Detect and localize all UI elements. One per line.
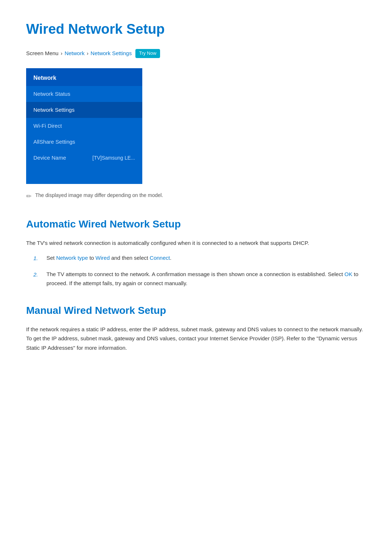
step-2-num: 2. — [33, 270, 41, 288]
step-2: 2. The TV attempts to connect to the net… — [33, 270, 366, 288]
try-now-badge[interactable]: Try Now — [135, 49, 160, 58]
automatic-section: Automatic Wired Network Setup The TV's w… — [26, 216, 366, 288]
step-2-text: The TV attempts to connect to the networ… — [46, 270, 366, 288]
manual-section-title: Manual Wired Network Setup — [26, 303, 366, 319]
menu-title: Network — [26, 68, 142, 86]
step-2-ok: OK — [344, 271, 352, 277]
automatic-steps-list: 1. Set Network type to Wired and then se… — [33, 253, 366, 288]
breadcrumb: Screen Menu › Network › Network Settings… — [26, 49, 366, 58]
note-section: ✏ The displayed image may differ dependi… — [26, 191, 366, 202]
network-menu-box: Network Network Status Network Settings … — [26, 68, 142, 184]
step-1-connect: Connect — [150, 255, 170, 261]
menu-item-device-name[interactable]: Device Name [TV]Samsung LE... — [26, 150, 142, 166]
breadcrumb-separator-2: › — [87, 49, 89, 57]
manual-section-intro: If the network requires a static IP addr… — [26, 325, 366, 353]
step-1-network-type: Network type — [56, 255, 88, 261]
menu-item-network-settings[interactable]: Network Settings — [26, 102, 142, 118]
step-1-wired: Wired — [95, 255, 110, 261]
menu-item-wifi-direct[interactable]: Wi-Fi Direct — [26, 118, 142, 134]
step-1: 1. Set Network type to Wired and then se… — [33, 253, 366, 263]
breadcrumb-screen-menu: Screen Menu — [26, 49, 58, 58]
menu-item-allshare-settings[interactable]: AllShare Settings — [26, 134, 142, 150]
note-text: The displayed image may differ depending… — [35, 191, 163, 199]
automatic-section-title: Automatic Wired Network Setup — [26, 216, 366, 233]
menu-item-network-status[interactable]: Network Status — [26, 86, 142, 102]
step-1-num: 1. — [33, 253, 41, 263]
breadcrumb-network-settings[interactable]: Network Settings — [91, 49, 132, 58]
manual-section: Manual Wired Network Setup If the networ… — [26, 303, 366, 352]
menu-item-device-name-value: [TV]Samsung LE... — [93, 154, 135, 162]
menu-item-device-name-label: Device Name — [33, 153, 66, 162]
breadcrumb-network[interactable]: Network — [65, 49, 85, 58]
step-1-text: Set Network type to Wired and then selec… — [46, 253, 366, 263]
breadcrumb-separator-1: › — [61, 49, 62, 57]
page-title: Wired Network Setup — [26, 18, 366, 40]
automatic-section-intro: The TV's wired network connection is aut… — [26, 238, 366, 248]
pencil-icon: ✏ — [26, 191, 32, 202]
